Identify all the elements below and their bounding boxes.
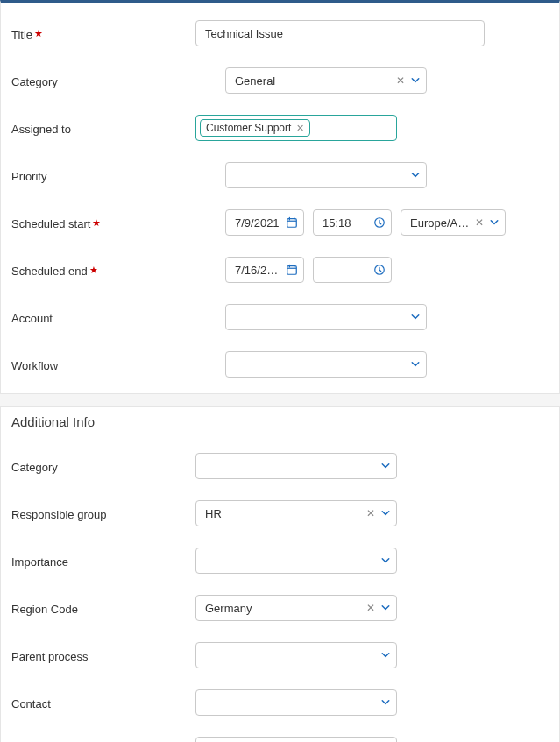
row-account: Account (11, 302, 549, 332)
chevron-down-icon[interactable] (380, 697, 391, 708)
scheduled-end-time[interactable] (313, 257, 392, 283)
scheduled-start-tz[interactable]: Europe/Ath... ✕ (401, 209, 506, 236)
row-title: Title★ (11, 18, 549, 48)
row-scheduled-end: Scheduled end★ 7/16/2021 (11, 255, 549, 285)
calendar-icon[interactable] (286, 264, 298, 276)
row-assigned-to: Assigned to Customer Support ✕ (11, 113, 549, 143)
category-label: Category (11, 74, 195, 88)
region-code-label: Region Code (11, 601, 195, 616)
assigned-to-input[interactable]: Customer Support ✕ (195, 115, 397, 141)
personnel-select[interactable] (195, 737, 397, 742)
chevron-down-icon[interactable] (380, 508, 391, 519)
row-region-code: Region Code Germany ✕ (11, 593, 549, 623)
importance-label: Importance (11, 554, 195, 569)
responsible-group-label: Responsible group (11, 506, 195, 521)
additional-info-title: Additional Info (11, 414, 549, 435)
clock-icon[interactable] (373, 216, 386, 229)
region-code-select[interactable]: Germany ✕ (195, 595, 397, 621)
clear-icon[interactable]: ✕ (473, 217, 486, 228)
scheduled-start-time[interactable]: 15:18 (313, 209, 392, 236)
row-scheduled-start: Scheduled start★ 7/9/2021 15:18 Europe/A… (11, 208, 549, 237)
parent-process-select[interactable] (195, 642, 397, 668)
scheduled-start-date-value: 7/9/2021 (235, 216, 282, 230)
workflow-label: Workflow (11, 357, 195, 372)
importance-select[interactable] (195, 548, 397, 574)
scheduled-start-label: Scheduled start★ (11, 216, 195, 230)
chevron-down-icon[interactable] (489, 217, 500, 228)
title-input[interactable] (195, 20, 485, 46)
account-select[interactable] (225, 304, 427, 330)
row-workflow: Workflow (11, 350, 549, 379)
assigned-to-label: Assigned to (11, 121, 195, 136)
scheduled-start-time-value: 15:18 (323, 216, 370, 230)
row-contact: Contact (11, 688, 549, 717)
chevron-down-icon[interactable] (380, 603, 391, 613)
chevron-down-icon[interactable] (410, 312, 421, 322)
chevron-down-icon[interactable] (380, 555, 391, 566)
chevron-down-icon[interactable] (380, 461, 391, 471)
required-star: ★ (89, 265, 98, 275)
category-select[interactable]: General ✕ (225, 67, 427, 94)
row-importance: Importance (11, 546, 549, 576)
required-star: ★ (92, 217, 101, 228)
chevron-down-icon[interactable] (410, 75, 421, 86)
clear-icon[interactable]: ✕ (394, 75, 407, 86)
scheduled-end-date[interactable]: 7/16/2021 (225, 257, 304, 283)
contact-select[interactable] (195, 689, 397, 716)
parent-process-label: Parent process (11, 648, 195, 663)
priority-label: Priority (11, 168, 195, 183)
chevron-down-icon[interactable] (380, 650, 391, 661)
chevron-down-icon[interactable] (410, 170, 421, 180)
calendar-icon[interactable] (286, 216, 298, 229)
row-personnel: Personnel (11, 735, 549, 742)
row-responsible-group: Responsible group HR ✕ (11, 498, 549, 528)
row-category: Category General ✕ (11, 66, 549, 95)
ai-category-label: Category (11, 459, 195, 474)
title-label: Title★ (11, 26, 195, 41)
row-ai-category: Category (11, 451, 549, 481)
scheduled-end-date-value: 7/16/2021 (235, 264, 282, 277)
scheduled-end-label: Scheduled end★ (11, 263, 195, 278)
ai-category-select[interactable] (195, 453, 397, 479)
scheduled-start-tz-value: Europe/Ath... (410, 216, 470, 230)
category-value: General (235, 74, 391, 88)
clear-icon[interactable]: ✕ (365, 603, 377, 613)
workflow-select[interactable] (225, 351, 427, 378)
chevron-down-icon[interactable] (410, 359, 421, 370)
contact-label: Contact (11, 696, 195, 710)
assigned-to-token: Customer Support ✕ (200, 119, 310, 137)
account-label: Account (11, 310, 195, 325)
row-priority: Priority (11, 160, 549, 190)
assigned-to-token-text: Customer Support (206, 122, 291, 134)
row-parent-process: Parent process (11, 640, 549, 670)
region-code-value: Germany (205, 602, 361, 615)
main-form-panel: Title★ Category General ✕ Assigned to Cu… (0, 0, 560, 394)
priority-select[interactable] (225, 162, 427, 188)
additional-info-panel: Additional Info Category Responsible gro… (0, 406, 560, 742)
remove-token-icon[interactable]: ✕ (296, 123, 304, 134)
responsible-group-select[interactable]: HR ✕ (195, 500, 397, 526)
clear-icon[interactable]: ✕ (365, 508, 377, 519)
responsible-group-value: HR (205, 507, 361, 520)
scheduled-start-date[interactable]: 7/9/2021 (225, 209, 304, 236)
required-star: ★ (34, 28, 43, 39)
clock-icon[interactable] (373, 264, 386, 276)
